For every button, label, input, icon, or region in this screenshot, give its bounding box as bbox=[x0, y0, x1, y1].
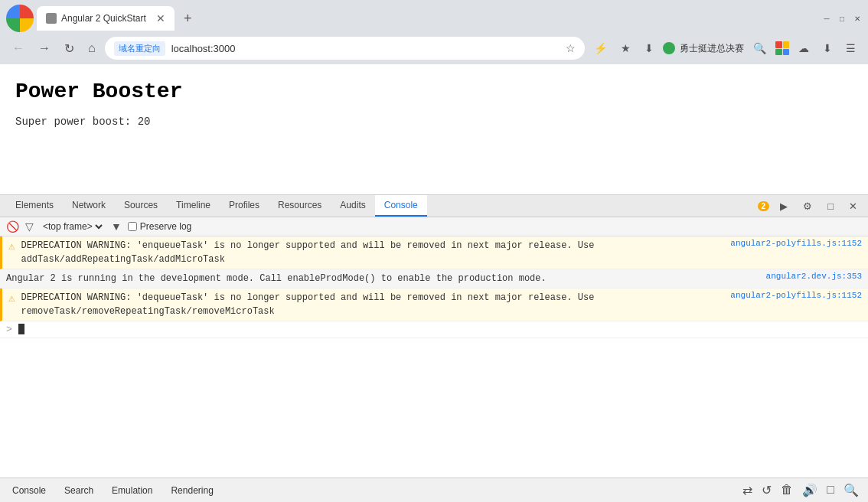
redirect-badge: 域名重定向 bbox=[114, 41, 165, 56]
console-message: DEPRECATION WARNING: 'enqueueTask' is no… bbox=[21, 239, 724, 266]
frame-selector[interactable]: <top frame> bbox=[40, 220, 105, 233]
console-link[interactable]: angular2-polyfills.js:1152 bbox=[730, 239, 862, 248]
home-button[interactable]: ⌂ bbox=[83, 40, 100, 57]
bottom-tab-emulation[interactable]: Emulation bbox=[109, 484, 155, 497]
forward-button[interactable]: → bbox=[34, 40, 55, 57]
tab-title: Angular 2 QuickStart bbox=[61, 13, 152, 24]
filter-button[interactable]: ▽ bbox=[25, 220, 34, 233]
refresh-button[interactable]: ↻ bbox=[60, 40, 79, 57]
bottom-right-icons: ⇄ ↺ 🗑 🔊 □ 🔍 bbox=[742, 483, 859, 497]
lightning-icon[interactable]: ⚡ bbox=[589, 41, 612, 56]
restore-button[interactable]: □ bbox=[837, 14, 847, 23]
browser-chrome: Angular 2 QuickStart ✕ + ─ □ ✕ ← → ↻ ⌂ 域… bbox=[0, 0, 868, 64]
bottom-icon-1[interactable]: ⇄ bbox=[742, 483, 752, 497]
page-title: Power Booster bbox=[15, 80, 853, 103]
console-toolbar: 🚫 ▽ <top frame> ▼ Preserve log bbox=[0, 217, 868, 236]
nav-bar: ← → ↻ ⌂ 域名重定向 localhost:3000 ☆ ⚡ ★ ⬇ 勇士挺… bbox=[0, 32, 868, 64]
page-content: Power Booster Super power boost: 20 bbox=[0, 64, 868, 194]
tab-bar: Angular 2 QuickStart ✕ + ─ □ ✕ bbox=[0, 0, 868, 32]
console-link[interactable]: angular2-polyfills.js:1152 bbox=[730, 291, 862, 300]
devtools-tab-bar: Elements Network Sources Timeline Profil… bbox=[0, 195, 868, 217]
clear-console-button[interactable]: 🚫 bbox=[6, 220, 19, 233]
console-entry-input[interactable]: > bbox=[0, 321, 868, 338]
bottom-icon-5[interactable]: □ bbox=[827, 483, 834, 497]
bottom-icon-4[interactable]: 🔊 bbox=[802, 483, 817, 497]
devtools-panel: Elements Network Sources Timeline Profil… bbox=[0, 194, 868, 478]
address-bar[interactable]: 域名重定向 localhost:3000 ☆ bbox=[105, 37, 585, 60]
tab-console[interactable]: Console bbox=[375, 195, 427, 217]
tab-resources[interactable]: Resources bbox=[269, 195, 331, 217]
bottom-tab-rendering[interactable]: Rendering bbox=[168, 484, 216, 497]
bottom-tab-console[interactable]: Console bbox=[9, 484, 49, 497]
console-entry: Angular 2 is running in the development … bbox=[0, 269, 868, 288]
tab-profiles[interactable]: Profiles bbox=[220, 195, 269, 217]
console-link[interactable]: angular2.dev.js:353 bbox=[766, 272, 862, 281]
console-output[interactable]: ⚠ DEPRECATION WARNING: 'enqueueTask' is … bbox=[0, 236, 868, 478]
close-button[interactable]: ✕ bbox=[853, 14, 862, 23]
tab-close-button[interactable]: ✕ bbox=[156, 12, 165, 24]
browser-logo bbox=[6, 5, 34, 32]
devtools-dock-button[interactable]: □ bbox=[823, 199, 838, 214]
console-message: DEPRECATION WARNING: 'dequeueTask' is no… bbox=[21, 291, 724, 318]
bottom-tab-search[interactable]: Search bbox=[61, 484, 96, 497]
tab-timeline[interactable]: Timeline bbox=[167, 195, 220, 217]
tab-sources[interactable]: Sources bbox=[115, 195, 167, 217]
window-controls: ─ □ ✕ bbox=[822, 14, 862, 23]
menu-icon[interactable]: ☰ bbox=[841, 41, 860, 56]
console-message: Angular 2 is running in the development … bbox=[6, 272, 760, 285]
console-entry: ⚠ DEPRECATION WARNING: 'dequeueTask' is … bbox=[0, 288, 868, 321]
apps-icon[interactable] bbox=[775, 41, 789, 55]
bottom-bar: Console Search Emulation Rendering ⇄ ↺ 🗑… bbox=[0, 478, 868, 502]
preserve-log-label: Preserve log bbox=[128, 221, 191, 232]
devtools-close-button[interactable]: ✕ bbox=[844, 199, 862, 214]
new-tab-button[interactable]: + bbox=[178, 8, 198, 30]
browser-tab[interactable]: Angular 2 QuickStart ✕ bbox=[37, 6, 175, 31]
cloud-icon[interactable]: ☁ bbox=[794, 41, 814, 56]
frame-dropdown-icon[interactable]: ▼ bbox=[111, 220, 122, 233]
devtools-right-controls: 2 ▶ ⚙ □ ✕ bbox=[758, 199, 862, 214]
download-icon[interactable]: ⬇ bbox=[640, 41, 658, 56]
star-icon[interactable]: ★ bbox=[616, 41, 635, 56]
preserve-log-checkbox[interactable] bbox=[128, 222, 137, 231]
tab-icon bbox=[46, 13, 57, 24]
devtools-console-button[interactable]: ▶ bbox=[775, 199, 792, 214]
bottom-icon-2[interactable]: ↺ bbox=[762, 483, 772, 497]
tab-audits[interactable]: Audits bbox=[331, 195, 374, 217]
search-button[interactable]: 🔍 bbox=[749, 41, 771, 56]
page-body: Super power boost: 20 bbox=[15, 116, 853, 128]
update-icon[interactable]: ⬇ bbox=[818, 41, 837, 56]
tab-elements[interactable]: Elements bbox=[6, 195, 63, 217]
bottom-icon-3[interactable]: 🗑 bbox=[781, 483, 793, 497]
back-button[interactable]: ← bbox=[8, 40, 29, 57]
warning-count-badge: 2 bbox=[758, 201, 770, 211]
console-prompt-icon: > bbox=[6, 324, 12, 335]
nav-text: 勇士挺进总决赛 bbox=[680, 42, 744, 55]
console-entry: ⚠ DEPRECATION WARNING: 'enqueueTask' is … bbox=[0, 236, 868, 269]
warning-icon: ⚠ bbox=[8, 240, 15, 253]
status-indicator bbox=[663, 42, 675, 54]
console-cursor bbox=[18, 324, 24, 334]
warning-icon: ⚠ bbox=[8, 292, 15, 305]
nav-extra: ⚡ ★ ⬇ 勇士挺进总决赛 🔍 ☁ ⬇ ☰ bbox=[589, 41, 860, 56]
minimize-button[interactable]: ─ bbox=[822, 14, 831, 23]
bookmark-icon[interactable]: ☆ bbox=[566, 42, 576, 54]
address-text: localhost:3000 bbox=[171, 43, 560, 54]
tab-network[interactable]: Network bbox=[63, 195, 115, 217]
bottom-icon-6[interactable]: 🔍 bbox=[844, 483, 859, 497]
devtools-settings-button[interactable]: ⚙ bbox=[798, 199, 817, 214]
preserve-log-text: Preserve log bbox=[140, 221, 191, 232]
